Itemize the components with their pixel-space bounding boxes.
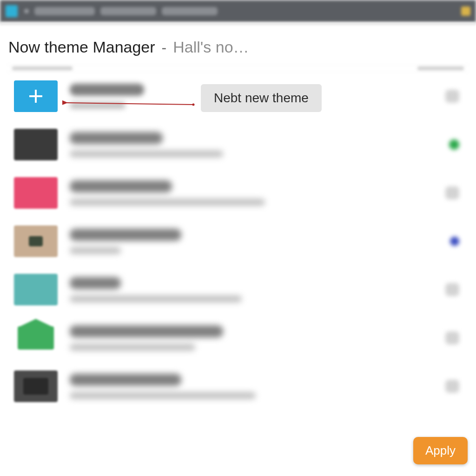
callout-tooltip: Nebt new theme [201,84,322,112]
theme-row-action-icon [445,186,459,199]
theme-row-text [70,132,437,157]
theme-status-indicator-icon [450,237,459,246]
theme-row-text [70,374,433,399]
app-topbar [0,0,476,22]
page-title: Now theme Manager - Hall's no… [7,38,469,56]
theme-thumbnail [14,322,58,354]
topbar-item [34,7,95,15]
theme-row-text [70,229,438,254]
topbar-app-icon [6,5,18,17]
theme-thumbnail [14,225,58,257]
theme-active-indicator-icon [449,139,459,150]
svg-rect-1 [29,95,42,97]
page-title-main: Now theme Manager [8,38,155,56]
topbar-notification-icon [461,7,470,16]
callout-label: Nebt new theme [214,91,309,105]
add-theme-tile[interactable] [14,80,58,112]
page-title-sub: Hall's no… [173,38,249,56]
theme-thumbnail [14,274,58,305]
theme-row[interactable] [7,314,469,362]
theme-row-action-icon [445,380,459,393]
theme-row[interactable] [7,362,469,410]
plus-icon [27,88,44,105]
theme-thumbnail [14,177,58,209]
theme-row-text [70,180,433,205]
topbar-dot [24,9,29,13]
page-content: Now theme Manager - Hall's no… [0,25,476,410]
theme-thumbnail [14,129,58,160]
theme-row[interactable] [7,120,469,169]
theme-row[interactable] [7,169,469,217]
theme-row-text [70,277,433,302]
list-header-row [7,65,469,72]
topbar-item [162,7,218,15]
theme-row[interactable] [7,265,469,314]
theme-row-action-icon [445,283,459,296]
theme-row-text [70,325,433,350]
theme-list [7,72,469,410]
theme-row[interactable] [7,217,469,265]
page-title-separator: - [162,39,167,56]
apply-button[interactable]: Apply [413,437,468,464]
apply-button-label: Apply [425,443,456,457]
topbar-item [100,7,156,15]
theme-thumbnail [14,370,58,402]
theme-row-action-icon [445,90,459,103]
theme-row-action-icon [445,331,459,344]
